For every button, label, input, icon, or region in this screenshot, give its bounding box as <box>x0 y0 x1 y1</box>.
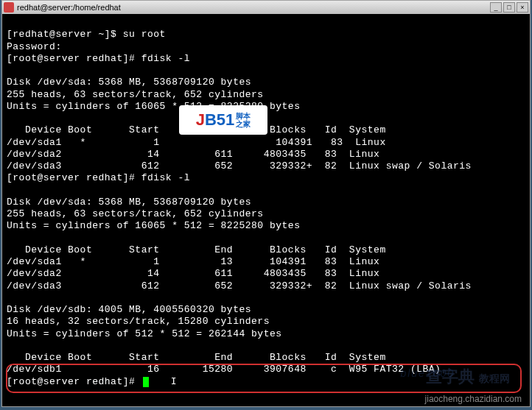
titlebar[interactable]: redhat@server:/home/redhat _ □ × <box>2 1 530 14</box>
minimize-button[interactable]: _ <box>490 2 502 13</box>
terminal-line: Disk /dev/sda: 5368 MB, 5368709120 bytes <box>7 77 251 88</box>
terminal-line: Device Boot Start End Blocks Id System <box>7 244 386 255</box>
terminal-line: Device Boot Start End Blocks Id System <box>7 352 386 363</box>
cursor-block <box>143 377 149 387</box>
window-title: redhat@server:/home/redhat <box>17 3 490 12</box>
terminal-line: Disk /dev/sda: 5368 MB, 5368709120 bytes <box>7 197 251 208</box>
logo-letter: J <box>196 110 205 130</box>
close-button[interactable]: × <box>517 2 528 13</box>
terminal-line: 16 heads, 32 sectors/track, 15280 cylind… <box>7 316 270 327</box>
app-icon <box>4 2 14 13</box>
prompt-line: [root@server redhat]# <box>7 376 141 387</box>
terminal-line: [redhat@server ~]$ su root <box>7 29 166 40</box>
logo-text: B51 <box>205 110 234 130</box>
terminal-window: redhat@server:/home/redhat _ □ × [redhat… <box>1 0 531 407</box>
terminal-line: Disk /dev/sdb: 4005 MB, 4005560320 bytes <box>7 304 251 315</box>
terminal-line: /dev/sda1 * 1 13 104391 83 Linux <box>7 256 379 267</box>
terminal-line: /dev/sda2 14 611 4803435 83 Linux <box>7 149 379 160</box>
terminal-line: Units = cylinders of 512 * 512 = 262144 … <box>7 328 282 339</box>
terminal-line: Password: <box>7 41 62 52</box>
terminal-line: Units = cylinders of 16065 * 512 = 82252… <box>7 220 300 231</box>
terminal-line: /dev/sdb1 16 15280 3907648 c W95 FAT32 (… <box>7 364 441 375</box>
jb51-logo: JB51 脚本 之家 <box>179 105 267 135</box>
terminal-line: [root@server redhat]# fdisk -l <box>7 53 190 64</box>
logo-cn: 脚本 之家 <box>236 112 251 128</box>
terminal-line: 255 heads, 63 sectors/track, 652 cylinde… <box>7 208 264 219</box>
terminal-line: /dev/sda3 612 652 329332+ 82 Linux swap … <box>7 160 472 172</box>
terminal-line: 255 heads, 63 sectors/track, 652 cylinde… <box>7 89 264 100</box>
window-buttons: _ □ × <box>490 2 528 13</box>
watermark-chazidian: 查字典 教程网 <box>426 366 510 388</box>
terminal-line: /dev/sda3 612 652 329332+ 82 Linux swap … <box>7 280 472 291</box>
terminal-body[interactable]: [redhat@server ~]$ su root Password: [ro… <box>2 14 530 403</box>
terminal-line: /dev/sda1 * 1 104391 83 Linux <box>7 137 386 148</box>
text-caret-icon: I <box>171 376 177 388</box>
watermark-url: jiaocheng.chazidian.com <box>425 394 522 404</box>
terminal-line: [root@server redhat]# fdisk -l <box>7 172 190 183</box>
maximize-button[interactable]: □ <box>503 2 515 13</box>
terminal-line: /dev/sda2 14 611 4803435 83 Linux <box>7 268 379 279</box>
